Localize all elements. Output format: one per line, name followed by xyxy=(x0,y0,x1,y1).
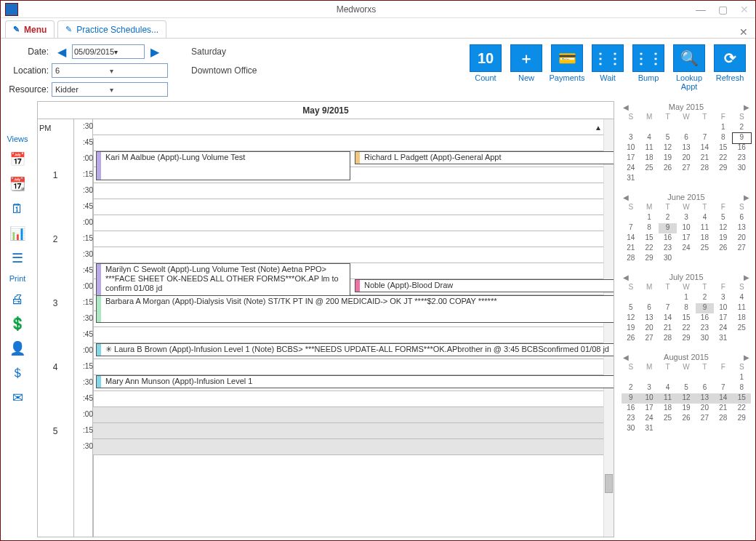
cal-day[interactable]: 7 xyxy=(622,223,640,233)
cal-day[interactable]: 23 xyxy=(622,414,640,424)
cal-day[interactable]: 6 xyxy=(640,303,658,313)
cal-prev-icon[interactable]: ◀ xyxy=(623,273,629,281)
cal-day[interactable]: 4 xyxy=(696,213,714,223)
print-billing-icon[interactable]: 💲 xyxy=(8,315,27,332)
time-slot[interactable] xyxy=(93,135,603,151)
time-slot[interactable] xyxy=(93,327,603,343)
date-dropdown-icon[interactable]: ▾ xyxy=(114,48,142,56)
cal-day[interactable]: 24 xyxy=(640,414,658,424)
close-window-button[interactable]: ✕ xyxy=(733,4,755,15)
tab-menu[interactable]: ✎ Menu xyxy=(5,20,55,38)
cal-day[interactable]: 29 xyxy=(677,334,695,344)
cal-day[interactable]: 14 xyxy=(659,313,677,324)
cal-day[interactable]: 10 xyxy=(640,393,658,404)
cal-day[interactable]: 7 xyxy=(714,383,732,393)
cal-day[interactable]: 12 xyxy=(714,223,732,233)
time-slot[interactable] xyxy=(93,119,603,135)
cal-day[interactable]: 22 xyxy=(677,324,695,334)
cal-day[interactable]: 24 xyxy=(622,164,640,174)
cal-prev-icon[interactable]: ◀ xyxy=(623,193,629,201)
cal-day[interactable]: 27 xyxy=(677,164,695,174)
cal-day[interactable]: 4 xyxy=(659,383,677,393)
cal-day[interactable]: 15 xyxy=(640,233,658,244)
cal-day[interactable]: 30 xyxy=(696,334,714,344)
cal-day[interactable]: 18 xyxy=(640,153,658,164)
print-patient-icon[interactable]: 👤 xyxy=(8,340,27,357)
cal-day[interactable]: 30 xyxy=(733,164,751,174)
cal-day[interactable]: 12 xyxy=(677,393,695,404)
resource-dropdown-icon[interactable]: ▾ xyxy=(110,86,164,94)
cal-day[interactable]: 28 xyxy=(659,334,677,344)
wait-button[interactable]: ⋮⋮ Wait xyxy=(590,44,626,82)
cal-day[interactable]: 7 xyxy=(696,133,714,143)
print-money-icon[interactable]: ＄ xyxy=(8,364,27,382)
cal-day[interactable]: 9 xyxy=(696,303,714,313)
view-day-icon[interactable]: 📅 xyxy=(8,151,27,168)
cal-day[interactable]: 10 xyxy=(677,223,695,233)
time-slot[interactable] xyxy=(93,423,603,439)
payments-button[interactable]: 💳 Payments xyxy=(549,44,585,82)
cal-day[interactable]: 27 xyxy=(640,334,658,344)
cal-next-icon[interactable]: ▶ xyxy=(744,193,749,201)
cal-day[interactable]: 3 xyxy=(714,293,732,303)
bump-button[interactable]: ⋮⋮ Bump xyxy=(630,44,667,82)
cal-day[interactable]: 2 xyxy=(733,123,751,133)
cal-day[interactable]: 30 xyxy=(622,424,640,434)
cal-day[interactable]: 25 xyxy=(696,244,714,254)
cal-day[interactable]: 17 xyxy=(714,313,732,324)
cal-day[interactable]: 22 xyxy=(733,404,751,414)
cal-day[interactable]: 29 xyxy=(714,164,732,174)
cal-day[interactable]: 9 xyxy=(733,133,751,143)
resource-combo[interactable]: Kidder ▾ xyxy=(52,82,168,97)
cal-day[interactable]: 20 xyxy=(733,233,751,244)
cal-day[interactable]: 31 xyxy=(622,174,640,184)
cal-day[interactable]: 1 xyxy=(677,293,695,303)
time-slot[interactable] xyxy=(93,407,603,423)
minimize-button[interactable]: — xyxy=(690,4,712,15)
cal-day[interactable]: 16 xyxy=(622,404,640,414)
cal-day[interactable]: 27 xyxy=(733,244,751,254)
cal-day[interactable]: 4 xyxy=(733,293,751,303)
time-slot[interactable] xyxy=(93,231,603,247)
cal-day[interactable]: 27 xyxy=(696,414,714,424)
cal-day[interactable]: 1 xyxy=(714,123,732,133)
cal-day[interactable]: 12 xyxy=(622,313,640,324)
cal-day[interactable]: 5 xyxy=(677,383,695,393)
count-button[interactable]: 10 Count xyxy=(467,44,504,82)
tab-close-button[interactable]: ✕ xyxy=(736,26,751,38)
cal-day[interactable]: 8 xyxy=(714,133,732,143)
cal-day[interactable]: 29 xyxy=(733,414,751,424)
cal-day[interactable]: 17 xyxy=(622,153,640,164)
cal-day[interactable]: 9 xyxy=(622,393,640,404)
cal-next-icon[interactable]: ▶ xyxy=(744,273,749,281)
cal-day[interactable]: 28 xyxy=(696,164,714,174)
cal-day[interactable]: 3 xyxy=(677,213,695,223)
cal-next-icon[interactable]: ▶ xyxy=(744,103,749,111)
next-day-button[interactable]: ▶ xyxy=(145,45,165,59)
cal-day[interactable]: 11 xyxy=(733,303,751,313)
cal-day[interactable]: 1 xyxy=(640,213,658,223)
cal-day[interactable]: 2 xyxy=(622,383,640,393)
cal-day[interactable]: 16 xyxy=(696,313,714,324)
cal-day[interactable]: 23 xyxy=(659,244,677,254)
cal-day[interactable]: 25 xyxy=(733,324,751,334)
refresh-button[interactable]: ⟳ Refresh xyxy=(712,44,748,82)
cal-day[interactable]: 3 xyxy=(622,133,640,143)
cal-prev-icon[interactable]: ◀ xyxy=(623,353,629,361)
time-slot[interactable] xyxy=(93,199,603,215)
cal-day[interactable]: 11 xyxy=(659,393,677,404)
cal-day[interactable]: 13 xyxy=(677,143,695,153)
time-slot[interactable] xyxy=(93,439,603,455)
time-slot[interactable] xyxy=(93,215,603,231)
cal-day[interactable]: 14 xyxy=(714,393,732,404)
cal-day[interactable]: 11 xyxy=(696,223,714,233)
cal-day[interactable]: 2 xyxy=(659,213,677,223)
cal-day[interactable]: 21 xyxy=(696,153,714,164)
cal-day[interactable]: 25 xyxy=(659,414,677,424)
appointment[interactable]: Barbara A Morgan (Appt)-Dialysis Visit (… xyxy=(96,295,614,323)
cal-day[interactable]: 8 xyxy=(733,383,751,393)
cal-day[interactable]: 23 xyxy=(733,153,751,164)
cal-day[interactable]: 31 xyxy=(714,334,732,344)
cal-day[interactable]: 19 xyxy=(622,324,640,334)
cal-day[interactable]: 14 xyxy=(696,143,714,153)
